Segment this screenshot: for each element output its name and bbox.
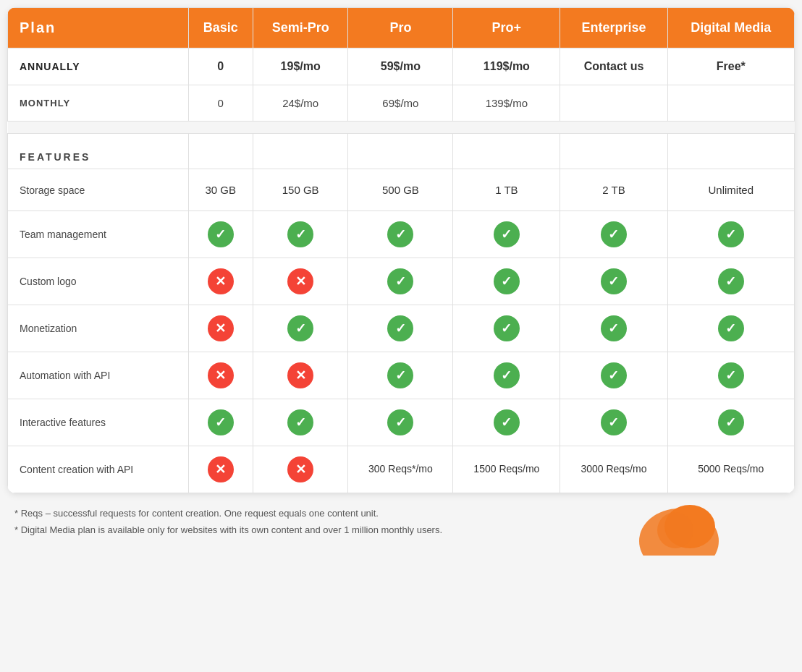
monthly-basic: 0 xyxy=(188,85,253,122)
monthly-digitalmedia xyxy=(667,85,794,122)
feature-cell-3-2: ✓ xyxy=(348,352,453,399)
feature-cell-1-2: ✓ xyxy=(348,258,453,305)
cross-icon: ✕ xyxy=(208,456,234,482)
check-icon: ✓ xyxy=(208,409,234,435)
storage-label: Storage space xyxy=(8,169,189,211)
check-icon: ✓ xyxy=(718,409,744,435)
feature-cell-1-4: ✓ xyxy=(560,258,667,305)
check-icon: ✓ xyxy=(287,315,313,341)
check-icon: ✓ xyxy=(601,409,627,435)
feature-label-5: Content creation with API xyxy=(8,446,189,493)
cross-icon: ✕ xyxy=(287,362,313,388)
cross-icon: ✕ xyxy=(287,456,313,482)
feature-row: Interactive features✓✓✓✓✓✓ xyxy=(8,399,795,446)
feature-cell-2-5: ✓ xyxy=(667,305,794,352)
feature-cell-0-2: ✓ xyxy=(348,211,453,258)
feature-label-1: Custom logo xyxy=(8,258,189,305)
cross-icon: ✕ xyxy=(208,362,234,388)
footnotes-container: * Reqs – successful requests for content… xyxy=(7,493,795,556)
feature-cell-1-1: ✕ xyxy=(253,258,348,305)
svg-point-2 xyxy=(657,512,693,548)
check-icon: ✓ xyxy=(718,221,744,247)
monthly-label: MONTHLY xyxy=(8,85,189,122)
feature-row: Team management✓✓✓✓✓✓ xyxy=(8,211,795,258)
feature-cell-0-0: ✓ xyxy=(188,211,253,258)
storage-digitalmedia: Unlimited xyxy=(667,169,794,211)
feature-cell-4-0: ✓ xyxy=(188,399,253,446)
check-icon: ✓ xyxy=(494,268,520,294)
gap-spacer xyxy=(8,122,795,134)
feature-cell-4-1: ✓ xyxy=(253,399,348,446)
check-icon: ✓ xyxy=(494,315,520,341)
feature-cell-0-1: ✓ xyxy=(253,211,348,258)
feature-cell-3-0: ✕ xyxy=(188,352,253,399)
features-header-digitalmedia xyxy=(667,134,794,169)
features-header-proplus xyxy=(453,134,560,169)
check-icon: ✓ xyxy=(494,409,520,435)
check-icon: ✓ xyxy=(387,315,413,341)
cross-icon: ✕ xyxy=(208,315,234,341)
col-semipro: Semi-Pro xyxy=(253,8,348,48)
storage-enterprise: 2 TB xyxy=(560,169,667,211)
annually-digitalmedia: Free* xyxy=(667,48,794,85)
feature-cell-5-2: 300 Reqs*/mo xyxy=(348,446,453,493)
col-enterprise: Enterprise xyxy=(560,8,667,48)
check-icon: ✓ xyxy=(718,315,744,341)
annually-pro: 59$/mo xyxy=(348,48,453,85)
feature-cell-5-0: ✕ xyxy=(188,446,253,493)
feature-cell-2-0: ✕ xyxy=(188,305,253,352)
check-icon: ✓ xyxy=(494,362,520,388)
feature-cell-1-5: ✓ xyxy=(667,258,794,305)
storage-semipro: 150 GB xyxy=(253,169,348,211)
monthly-semipro: 24$/mo xyxy=(253,85,348,122)
check-icon: ✓ xyxy=(718,268,744,294)
annually-enterprise: Contact us xyxy=(560,48,667,85)
monthly-enterprise xyxy=(560,85,667,122)
check-icon: ✓ xyxy=(387,268,413,294)
col-digitalmedia: Digital Media xyxy=(667,8,794,48)
pricing-table: Plan Basic Semi-Pro Pro Pro+ Enterprise … xyxy=(7,7,795,493)
feature-cell-3-4: ✓ xyxy=(560,352,667,399)
check-icon: ✓ xyxy=(601,268,627,294)
feature-cell-2-3: ✓ xyxy=(453,305,560,352)
storage-pro: 500 GB xyxy=(348,169,453,211)
annually-label: ANNUALLY xyxy=(8,48,189,85)
feature-label-0: Team management xyxy=(8,211,189,258)
feature-cell-3-1: ✕ xyxy=(253,352,348,399)
check-icon: ✓ xyxy=(387,362,413,388)
features-header-enterprise xyxy=(560,134,667,169)
check-icon: ✓ xyxy=(601,362,627,388)
check-icon: ✓ xyxy=(208,221,234,247)
feature-label-2: Monetization xyxy=(8,305,189,352)
feature-cell-5-3: 1500 Reqs/mo xyxy=(453,446,560,493)
feature-cell-4-3: ✓ xyxy=(453,399,560,446)
check-icon: ✓ xyxy=(387,221,413,247)
col-basic: Basic xyxy=(188,8,253,48)
feature-cell-1-3: ✓ xyxy=(453,258,560,305)
monthly-proplus: 139$/mo xyxy=(453,85,560,122)
features-header-label: FEATURES xyxy=(8,134,189,169)
check-icon: ✓ xyxy=(718,362,744,388)
check-icon: ✓ xyxy=(494,221,520,247)
cross-icon: ✕ xyxy=(208,268,234,294)
feature-cell-0-3: ✓ xyxy=(453,211,560,258)
features-header-basic xyxy=(188,134,253,169)
feature-cell-5-1: ✕ xyxy=(253,446,348,493)
feature-cell-3-5: ✓ xyxy=(667,352,794,399)
col-proplus: Pro+ xyxy=(453,8,560,48)
check-icon: ✓ xyxy=(287,409,313,435)
feature-row: Monetization✕✓✓✓✓✓ xyxy=(8,305,795,352)
plan-header: Plan xyxy=(8,8,189,48)
feature-cell-0-4: ✓ xyxy=(560,211,667,258)
check-icon: ✓ xyxy=(601,315,627,341)
features-header-semipro xyxy=(253,134,348,169)
monthly-pro: 69$/mo xyxy=(348,85,453,122)
annually-proplus: 119$/mo xyxy=(453,48,560,85)
col-pro: Pro xyxy=(348,8,453,48)
storage-basic: 30 GB xyxy=(188,169,253,211)
feature-label-4: Interactive features xyxy=(8,399,189,446)
feature-label-3: Automation with API xyxy=(8,352,189,399)
feature-row: Automation with API✕✕✓✓✓✓ xyxy=(8,352,795,399)
feature-cell-2-2: ✓ xyxy=(348,305,453,352)
feature-cell-1-0: ✕ xyxy=(188,258,253,305)
